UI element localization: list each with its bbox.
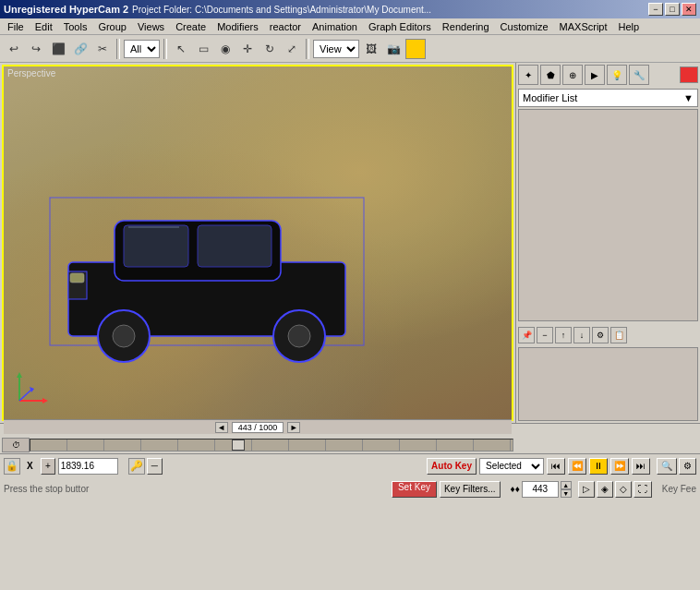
key-lock-icon[interactable]: 🔑 — [128, 458, 145, 475]
bottom-controls-row1: 🔒 X + 🔑 ─ Auto Key Selected ⏮ ⏪ ⏸ ⏩ ⏭ 🔍 … — [0, 454, 700, 477]
menu-graph-editors[interactable]: Graph Editors — [363, 20, 437, 33]
menu-tools[interactable]: Tools — [58, 20, 93, 33]
select-circle-icon[interactable]: ◉ — [215, 39, 235, 59]
press-stop-label: Press the stop buttor — [4, 484, 89, 494]
modify-panel-icon[interactable]: ⬟ — [540, 65, 561, 85]
rotate-icon[interactable]: ↻ — [259, 39, 280, 59]
extra-btn-2[interactable]: ◈ — [597, 481, 613, 498]
remove-modifier-icon[interactable]: − — [537, 327, 553, 343]
svg-rect-11 — [70, 273, 84, 283]
menu-modifiers[interactable]: Modifiers — [211, 20, 264, 33]
timeline-icon[interactable]: ⏱ — [2, 438, 30, 452]
select-object-icon[interactable]: ↖ — [171, 39, 191, 59]
toolbar-separator-2 — [163, 39, 167, 59]
unlink-icon[interactable]: ✂ — [92, 39, 113, 59]
redo-icon[interactable]: ↪ — [26, 39, 46, 59]
menu-reactor[interactable]: reactor — [264, 20, 307, 33]
filter-dropdown[interactable]: All — [124, 40, 160, 58]
frame-counter-label: ♦♦ — [511, 484, 520, 494]
panel-secondary-area — [518, 347, 698, 421]
menu-bar: File Edit Tools Group Views Create Modif… — [0, 18, 700, 35]
title-bar: Unregistered HyperCam 2 Project Folder: … — [0, 0, 700, 18]
svg-rect-4 — [124, 225, 188, 267]
scroll-left-button[interactable]: ◄ — [215, 422, 228, 433]
window-controls[interactable]: − □ ✕ — [648, 3, 696, 16]
menu-create[interactable]: Create — [170, 20, 211, 33]
color-swatch[interactable] — [680, 66, 698, 83]
rewind-button[interactable]: ⏮ — [547, 458, 565, 475]
select-region-icon[interactable]: ▭ — [193, 39, 213, 59]
modifier-list-dropdown[interactable]: Modifier List ▼ — [518, 89, 698, 107]
main-toolbar: ↩ ↪ ⬛ 🔗 ✂ All ↖ ▭ ◉ ✛ ↻ ⤢ View 🖼 📷 — [0, 35, 700, 63]
play-pause-button[interactable]: ⏸ — [589, 458, 608, 475]
end-button[interactable]: ⏭ — [632, 458, 650, 475]
menu-file[interactable]: File — [2, 20, 30, 33]
menu-edit[interactable]: Edit — [30, 20, 58, 33]
viewport-canvas[interactable]: Perspective — [4, 66, 512, 419]
right-panel: ✦ ⬟ ⊕ ▶ 💡 🔧 Modifier List ▼ 📌 − ↑ ↓ ⚙ 📋 — [515, 63, 700, 423]
move-icon[interactable]: ✛ — [237, 39, 258, 59]
menu-animation[interactable]: Animation — [307, 20, 363, 33]
extra-btn-4[interactable]: ⛶ — [634, 481, 652, 498]
create-panel-icon[interactable]: ✦ — [518, 65, 538, 85]
view-dropdown[interactable]: View — [313, 40, 359, 58]
utility-panel-icon[interactable]: 🔧 — [629, 65, 649, 85]
auto-key-button[interactable]: Auto Key — [427, 458, 477, 475]
x-coord-input[interactable] — [58, 458, 118, 475]
configure-icon[interactable]: ⚙ — [592, 327, 609, 343]
svg-marker-14 — [42, 398, 48, 403]
panel-toolbar: ✦ ⬟ ⊕ ▶ 💡 🔧 — [518, 65, 698, 85]
menu-rendering[interactable]: Rendering — [437, 20, 495, 33]
menu-customize[interactable]: Customize — [495, 20, 554, 33]
timeline-thumb[interactable] — [232, 439, 245, 451]
hierarchy-panel-icon[interactable]: ⊕ — [562, 65, 583, 85]
move-up-icon[interactable]: ↑ — [555, 327, 572, 343]
lock-button[interactable]: 🔒 — [4, 458, 20, 475]
frame-number-input[interactable] — [522, 481, 559, 498]
extra-btn-3[interactable]: ◇ — [615, 481, 632, 498]
frame-position-indicator: 443 / 1000 — [232, 422, 284, 433]
menu-group[interactable]: Group — [92, 20, 132, 33]
project-path: Project Folder: C:\Documents and Setting… — [132, 5, 431, 15]
key-filters-button[interactable]: Key Filters... — [440, 481, 501, 498]
maximize-button[interactable]: □ — [665, 3, 680, 16]
timeline-track[interactable] — [30, 439, 513, 452]
link-icon[interactable]: 🔗 — [70, 39, 91, 59]
auto-key-dropdown[interactable]: Selected — [479, 458, 544, 475]
motion-panel-icon[interactable]: ▶ — [585, 65, 605, 85]
undo-icon[interactable]: ↩ — [4, 39, 24, 59]
move-down-icon[interactable]: ↓ — [573, 327, 590, 343]
search-icon[interactable]: 🔍 — [657, 458, 677, 475]
set-key-button[interactable]: Set Key — [392, 481, 437, 498]
search-controls: 🔍 ⚙ — [657, 458, 696, 475]
key-icons: 🔑 ─ — [128, 458, 163, 475]
key-arrow[interactable]: ─ — [147, 458, 163, 475]
frame-down-arrow[interactable]: ▼ — [561, 489, 572, 498]
toolbar-separator-1 — [116, 39, 120, 59]
scroll-right-button[interactable]: ► — [287, 422, 300, 433]
bottom-controls-row2: Press the stop buttor Set Key Key Filter… — [0, 477, 700, 500]
render-icon[interactable]: 🖼 — [361, 39, 381, 59]
close-button[interactable]: ✕ — [682, 3, 696, 16]
scale-icon[interactable]: ⤢ — [282, 39, 302, 59]
frame-spinner[interactable]: ▲ ▼ — [561, 481, 572, 498]
select-icon[interactable]: ⬛ — [48, 39, 68, 59]
svg-rect-5 — [198, 225, 272, 267]
minimize-button[interactable]: − — [648, 3, 663, 16]
camera-icon[interactable]: 📷 — [383, 39, 404, 59]
options-icon[interactable]: ⚙ — [679, 458, 696, 475]
perspective-viewport[interactable]: Perspective — [2, 65, 513, 421]
menu-maxscript[interactable]: MAXScript — [554, 20, 613, 33]
material-icon[interactable] — [405, 39, 426, 59]
extra-btn-1[interactable]: ▷ — [578, 481, 595, 498]
copy-modifier-icon[interactable]: 📋 — [610, 327, 627, 343]
menu-help[interactable]: Help — [613, 20, 646, 33]
prev-frame-button[interactable]: ⏪ — [568, 458, 586, 475]
panel-bottom-toolbar: 📌 − ↑ ↓ ⚙ 📋 — [518, 325, 698, 345]
pin-icon[interactable]: 📌 — [518, 327, 535, 343]
display-panel-icon[interactable]: 💡 — [607, 65, 627, 85]
frame-up-arrow[interactable]: ▲ — [561, 481, 572, 489]
next-frame-button[interactable]: ⏩ — [610, 458, 629, 475]
add-key-button[interactable]: + — [41, 458, 55, 475]
menu-views[interactable]: Views — [132, 20, 170, 33]
